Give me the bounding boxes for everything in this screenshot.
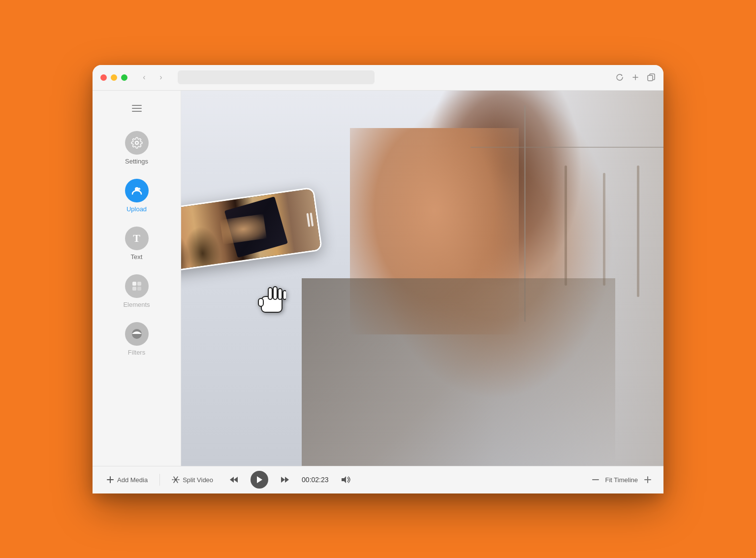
- upload-icon-circle: [125, 179, 149, 202]
- new-tab-icon[interactable]: [631, 73, 640, 82]
- volume-button[interactable]: [337, 472, 355, 487]
- svg-marker-22: [257, 476, 262, 483]
- back-button[interactable]: ‹: [137, 70, 151, 84]
- settings-icon-circle: [125, 131, 149, 155]
- duplicate-icon[interactable]: [647, 73, 656, 82]
- filters-label: Filters: [128, 349, 145, 356]
- fast-forward-button[interactable]: [276, 473, 294, 487]
- svg-rect-14: [278, 289, 282, 299]
- svg-rect-6: [132, 282, 136, 286]
- zoom-out-button[interactable]: [590, 474, 601, 486]
- minimize-button[interactable]: [111, 74, 117, 81]
- reload-icon[interactable]: [615, 73, 624, 82]
- nav-buttons: ‹ ›: [137, 70, 168, 84]
- sidebar-item-upload[interactable]: Upload: [107, 174, 166, 218]
- video-area[interactable]: [181, 91, 663, 466]
- add-media-button[interactable]: Add Media: [102, 473, 152, 487]
- svg-rect-16: [258, 298, 263, 306]
- sidebar-item-filters[interactable]: Filters: [107, 317, 166, 361]
- svg-marker-25: [342, 476, 346, 483]
- svg-rect-12: [268, 288, 272, 299]
- svg-rect-13: [273, 287, 277, 299]
- text-label: Text: [131, 253, 143, 261]
- play-button[interactable]: [251, 471, 268, 489]
- svg-rect-7: [137, 282, 141, 286]
- controls-divider-1: [159, 474, 160, 486]
- close-button[interactable]: [100, 74, 107, 81]
- sidebar-item-settings[interactable]: Settings: [107, 126, 166, 170]
- sidebar-item-text[interactable]: T Text: [107, 222, 166, 265]
- main-content: Settings Upload: [93, 91, 663, 466]
- elements-icon-circle: [125, 274, 149, 298]
- svg-marker-24: [285, 477, 289, 483]
- bottom-controls: Add Media Split Video: [93, 466, 663, 493]
- drag-cursor: [257, 283, 286, 322]
- maximize-button[interactable]: [121, 74, 127, 81]
- mac-window: ‹ ›: [93, 65, 663, 493]
- fit-timeline-control: Fit Timeline: [590, 474, 654, 486]
- toolbar-icons: [615, 73, 656, 82]
- svg-marker-21: [234, 477, 238, 483]
- upload-label: Upload: [126, 205, 147, 213]
- split-video-button[interactable]: Split Video: [168, 473, 217, 487]
- svg-marker-20: [230, 477, 234, 483]
- add-media-label: Add Media: [117, 476, 148, 484]
- rewind-button[interactable]: [225, 473, 243, 487]
- fit-timeline-label: Fit Timeline: [605, 476, 638, 484]
- svg-rect-8: [132, 287, 136, 291]
- menu-toggle[interactable]: [127, 98, 147, 118]
- svg-rect-2: [648, 75, 653, 81]
- svg-rect-9: [137, 287, 141, 291]
- forward-button[interactable]: ›: [154, 70, 168, 84]
- svg-point-3: [135, 141, 138, 144]
- traffic-lights: [100, 74, 127, 81]
- title-bar: ‹ ›: [93, 65, 663, 91]
- sidebar: Settings Upload: [93, 91, 181, 466]
- svg-marker-23: [281, 477, 285, 483]
- split-video-label: Split Video: [183, 476, 213, 484]
- sidebar-item-elements[interactable]: Elements: [107, 269, 166, 313]
- app-container: ‹ ›: [38, 38, 718, 521]
- time-display: 00:02:23: [302, 476, 329, 484]
- address-bar[interactable]: [178, 70, 375, 84]
- svg-rect-15: [283, 291, 286, 299]
- elements-label: Elements: [123, 301, 150, 308]
- text-icon-circle: T: [125, 227, 149, 250]
- video-frame: [181, 91, 663, 466]
- zoom-in-button[interactable]: [642, 474, 654, 486]
- filters-icon-circle: [125, 322, 149, 346]
- settings-label: Settings: [125, 158, 148, 165]
